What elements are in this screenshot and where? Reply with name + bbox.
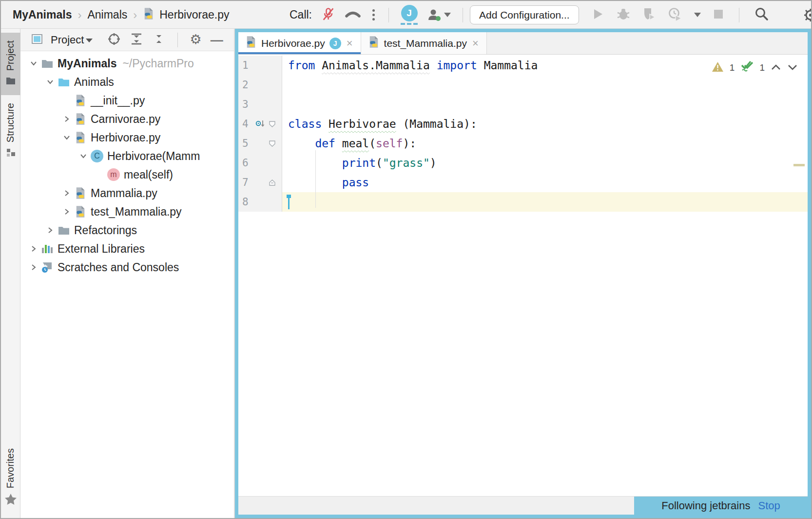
chevron-right-icon[interactable] [27, 244, 40, 254]
tree-item-mammalia-py[interactable]: Mammalia.py [20, 184, 234, 202]
expand-all-icon[interactable] [130, 32, 143, 48]
tree-item-external-libraries[interactable]: External Libraries [20, 240, 234, 258]
chevron-right-icon[interactable] [44, 225, 57, 235]
code-token: ( [369, 137, 376, 150]
code-line-2[interactable]: 2 [238, 75, 808, 95]
avatar[interactable]: J [401, 5, 418, 21]
code-text[interactable] [282, 192, 808, 212]
collaborator-avatar[interactable]: J [401, 5, 418, 25]
fold-marker-icon[interactable] [267, 140, 277, 147]
chevron-right-icon: › [132, 8, 138, 22]
breadcrumb-file[interactable]: Herbivorae.py [159, 8, 229, 21]
code-token: print [342, 157, 376, 169]
code-token: (Mammalia): [396, 118, 477, 130]
code-line-8[interactable]: 8 [238, 192, 808, 212]
code-area[interactable]: 1from Animals.Mammalia import Mammalia23… [238, 55, 808, 496]
chevron-down-icon[interactable] [27, 59, 40, 68]
settings-icon[interactable] [803, 8, 811, 24]
tree-item-animals[interactable]: Animals [20, 73, 234, 91]
tree-item-test-mammalia-py[interactable]: test_Mammalia.py [20, 202, 234, 221]
tree-item-label: Scratches and Consoles [58, 261, 179, 274]
stop-following-link[interactable]: Stop [758, 499, 780, 512]
breadcrumb: MyAnimals › Animals › Herbivorae.py [13, 1, 229, 29]
code-text[interactable] [282, 95, 808, 114]
editor-gutter[interactable]: 2 [238, 75, 282, 95]
editor-gutter[interactable]: 3 [238, 95, 282, 114]
code-line-7[interactable]: 7 pass [238, 173, 808, 192]
more-options-icon[interactable] [370, 9, 377, 20]
chevron-down-icon[interactable] [77, 151, 90, 161]
editor[interactable]: 1from Animals.Mammalia import Mammalia23… [238, 55, 808, 496]
code-text[interactable] [282, 75, 808, 95]
panel-settings-icon[interactable]: ⚙ [190, 33, 201, 46]
tree-item-label: Herbivorae(Mamm [107, 150, 200, 163]
breadcrumb-package[interactable]: Animals [87, 8, 127, 21]
code-line-4[interactable]: 4class Herbivorae (Mammalia): [238, 114, 808, 134]
tree-item-herbivorae-py[interactable]: Herbivorae.py [20, 128, 234, 147]
chevron-down-icon[interactable] [44, 77, 57, 87]
code-line-5[interactable]: 5 def meal(self): [238, 134, 808, 153]
editor-gutter[interactable]: 8 [238, 192, 282, 212]
end-call-icon[interactable] [344, 8, 362, 22]
tree-item-myanimals[interactable]: MyAnimals~/PycharmPro [20, 54, 234, 73]
warning-icon [712, 61, 724, 75]
editor-gutter[interactable]: 7 [238, 173, 282, 192]
locate-file-icon[interactable] [107, 32, 121, 48]
close-tab-icon[interactable]: × [471, 37, 480, 50]
line-number: 2 [238, 75, 254, 95]
fold-marker-icon[interactable] [267, 179, 277, 186]
project-panel-title[interactable]: Project [51, 34, 93, 46]
fold-marker-icon[interactable] [267, 120, 277, 128]
project-panel-header: Project ⚙ — [20, 29, 234, 51]
editor-gutter[interactable]: 5 [238, 134, 282, 153]
code-text[interactable]: class Herbivorae (Mammalia): [282, 114, 808, 134]
indent-guide [315, 150, 316, 208]
previous-highlight-icon[interactable] [771, 62, 781, 73]
code-text[interactable]: pass [282, 173, 808, 192]
tree-item-refactorings[interactable]: Refactorings [20, 221, 234, 240]
participants-dropdown[interactable] [426, 8, 451, 22]
code-line-3[interactable]: 3 [238, 95, 808, 114]
tree-item--init-py[interactable]: __init__.py [20, 91, 234, 110]
tool-window-tab-project[interactable]: Project [1, 33, 20, 95]
line-number: 8 [238, 192, 254, 212]
add-configuration-button[interactable]: Add Configuration... [470, 5, 579, 24]
editor-gutter[interactable]: 1 [238, 56, 282, 75]
tree-item-scratches-and-consoles[interactable]: Scratches and Consoles [20, 258, 234, 277]
close-tab-icon[interactable]: × [346, 37, 354, 50]
code-line-6[interactable]: 6 print("grass") [238, 153, 808, 173]
tree-item-herbivorae-mamm[interactable]: CHerbivorae(Mamm [20, 147, 234, 165]
editor-tab-herbivorae-py[interactable]: Herbivorae.pyJ× [238, 32, 361, 54]
code-token [335, 137, 342, 150]
collapse-all-icon[interactable] [152, 32, 166, 48]
code-text[interactable]: print("grass") [282, 153, 808, 173]
hide-panel-icon[interactable]: — [211, 34, 223, 46]
chevron-right-icon[interactable] [60, 114, 73, 124]
run-options-chevron-icon[interactable] [694, 13, 701, 17]
chevron-right-icon[interactable] [60, 207, 73, 217]
editor-gutter[interactable]: 6 [238, 153, 282, 173]
editor-gutter[interactable]: 4 [238, 114, 282, 134]
chevron-right-icon: › [77, 8, 82, 22]
editor-tab-test-mammalia-py[interactable]: test_Mammalia.py× [361, 32, 487, 54]
tool-window-tab-structure[interactable]: Structure [1, 95, 20, 168]
chevron-right-icon[interactable] [60, 188, 73, 198]
inspections-widget[interactable]: 1 1 [712, 60, 798, 75]
microphone-off-icon[interactable] [321, 7, 335, 23]
search-everywhere-icon[interactable] [754, 6, 770, 24]
code-token: ) [430, 157, 437, 169]
tree-item-carnivorae-py[interactable]: Carnivorae.py [20, 110, 234, 128]
stop-icon [713, 8, 724, 22]
structure-icon [5, 147, 16, 160]
chevron-right-icon[interactable] [27, 262, 40, 272]
warning-stripe-mark[interactable] [793, 164, 805, 166]
chevron-down-icon[interactable] [60, 133, 73, 142]
collaborator-badge: J [329, 38, 341, 49]
next-highlight-icon[interactable] [787, 62, 798, 73]
tool-window-tab-favorites[interactable]: Favorites [1, 440, 20, 515]
code-token: def [315, 137, 335, 150]
breadcrumb-project[interactable]: MyAnimals [13, 8, 72, 21]
overridden-marker-icon[interactable] [254, 119, 267, 129]
tree-item-meal-self-[interactable]: mmeal(self) [20, 165, 234, 184]
code-text[interactable]: def meal(self): [282, 134, 808, 153]
